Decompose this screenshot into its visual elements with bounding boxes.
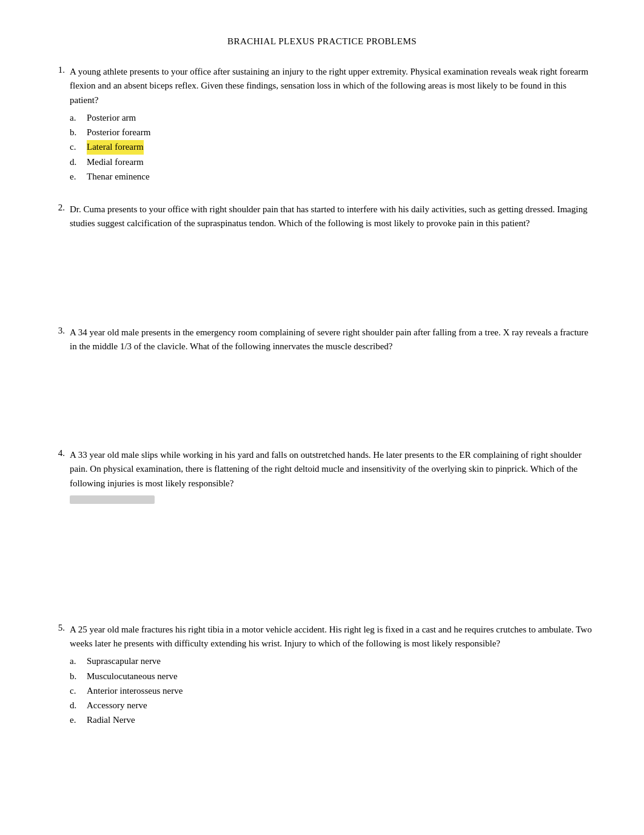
answer-space-2 xyxy=(70,235,595,307)
answer-item-5-2: b.Musculocutaneous nerve xyxy=(70,669,595,683)
answer-item-5-4: d.Accessory nerve xyxy=(70,699,595,713)
answer-item-1-2: b.Posterior forearm xyxy=(70,126,595,139)
questions-list: 1.A young athlete presents to your offic… xyxy=(49,65,595,746)
page-title: BRACHIAL PLEXUS PRACTICE PROBLEMS xyxy=(49,36,595,47)
question-item-4: 4.A 33 year old male slips while working… xyxy=(49,448,595,623)
answer-label: a. xyxy=(70,654,87,668)
answer-item-1-4: d.Medial forearm xyxy=(70,155,595,169)
answer-item-1-5: e.Thenar eminence xyxy=(70,170,595,184)
question-item-2: 2.Dr. Cuma presents to your office with … xyxy=(49,203,595,326)
watermark-area xyxy=(70,495,595,514)
question-text-5: A 25 year old male fractures his right t… xyxy=(70,623,595,651)
answer-label: a. xyxy=(70,111,87,125)
answer-item-1-3: c.Lateral forearm xyxy=(70,140,595,154)
answer-text: Anterior interosseus nerve xyxy=(87,684,183,698)
answer-label: d. xyxy=(70,155,87,169)
question-item-3: 3.A 34 year old male presents in the eme… xyxy=(49,326,595,449)
answer-space-4 xyxy=(70,520,595,605)
answer-item-5-3: c.Anterior interosseus nerve xyxy=(70,684,595,698)
answer-label: b. xyxy=(70,126,87,139)
answer-label: e. xyxy=(70,713,87,727)
answer-text: Lateral forearm xyxy=(87,140,144,154)
answer-text: Radial Nerve xyxy=(87,713,135,727)
question-number-3: 3. xyxy=(49,326,70,336)
answer-text: Suprascapular nerve xyxy=(87,654,161,668)
answer-label: c. xyxy=(70,684,87,698)
answer-item-5-5: e.Radial Nerve xyxy=(70,713,595,727)
question-item-5: 5.A 25 year old male fractures his right… xyxy=(49,623,595,746)
answer-list-1: a.Posterior armb.Posterior forearmc.Late… xyxy=(70,111,595,184)
answer-text: Thenar eminence xyxy=(87,170,150,184)
answer-label: d. xyxy=(70,699,87,713)
question-item-1: 1.A young athlete presents to your offic… xyxy=(49,65,595,203)
question-number-2: 2. xyxy=(49,203,70,213)
watermark-bar xyxy=(70,495,155,504)
answer-label: e. xyxy=(70,170,87,184)
answer-text: Accessory nerve xyxy=(87,699,147,713)
answer-label: b. xyxy=(70,669,87,683)
answer-text: Musculocutaneous nerve xyxy=(87,669,178,683)
question-number-5: 5. xyxy=(49,623,70,633)
question-text-3: A 34 year old male presents in the emerg… xyxy=(70,326,595,354)
answer-text: Medial forearm xyxy=(87,155,144,169)
answer-item-5-1: a.Suprascapular nerve xyxy=(70,654,595,668)
answer-item-1-1: a.Posterior arm xyxy=(70,111,595,125)
answer-label: c. xyxy=(70,140,87,154)
question-text-2: Dr. Cuma presents to your office with ri… xyxy=(70,203,595,231)
question-number-1: 1. xyxy=(49,65,70,75)
answer-text: Posterior arm xyxy=(87,111,136,125)
question-text-4: A 33 year old male slips while working i… xyxy=(70,448,595,491)
answer-text: Posterior forearm xyxy=(87,126,150,139)
answer-space-3 xyxy=(70,357,595,430)
question-text-1: A young athlete presents to your office … xyxy=(70,65,595,107)
answer-list-5: a.Suprascapular nerveb.Musculocutaneous … xyxy=(70,654,595,727)
question-number-4: 4. xyxy=(49,448,70,458)
